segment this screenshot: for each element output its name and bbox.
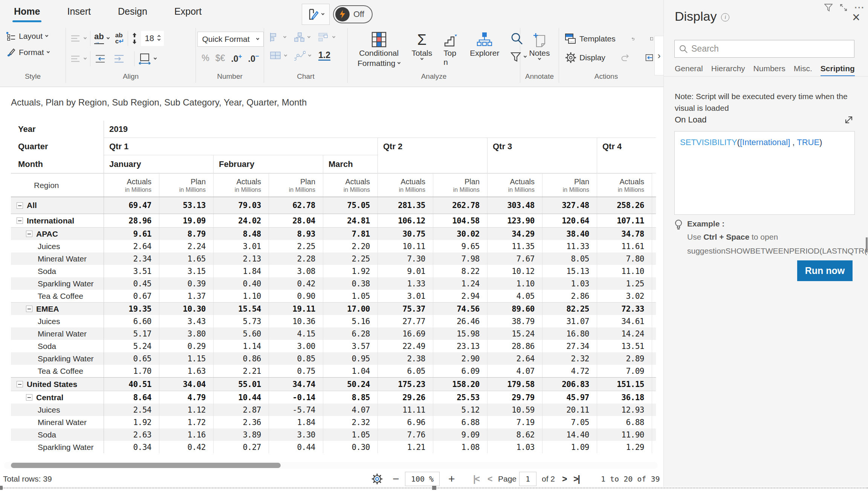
conditional-formatting-button[interactable]: Conditional Formatting [358,32,400,68]
column-header-actuals[interactable]: Actualsin Millions [104,173,159,197]
column-header-actuals[interactable]: Actualsin Millions [377,173,433,197]
collapse-icon[interactable] [26,394,32,401]
templates-button[interactable]: Templates [565,34,616,44]
horizontal-align-button[interactable] [71,55,86,63]
tab-insert[interactable]: Insert [67,6,91,21]
notes-button[interactable]: Notes [520,28,559,60]
last-page-button[interactable]: >| [573,474,579,484]
line-chart-button[interactable] [294,50,318,61]
collapse-icon[interactable] [17,381,23,387]
column-header-plan[interactable]: Planin Millions [159,173,213,197]
table-row-sparkling-water[interactable]: Sparkling Water0.651.150.860.850.952.382… [11,352,656,365]
collapse-icon[interactable] [26,231,32,237]
wrap-text-button[interactable]: abc↵ [115,32,124,44]
previous-page-button[interactable]: < [487,474,492,484]
table-style-button[interactable] [270,50,294,61]
edit-mode-button[interactable] [302,4,330,25]
next-page-button[interactable]: > [562,474,566,484]
zoom-out-button[interactable]: − [393,473,399,485]
first-page-button[interactable]: |< [473,474,479,484]
table-row-emea[interactable]: EMEA19.3510.3015.5419.1117.0075.3774.568… [11,302,656,315]
quarter-header-q3[interactable]: Qtr 3 [487,138,597,173]
search-input[interactable] [691,44,850,54]
expand-pane-button[interactable]: › [654,36,663,75]
column-header-actuals[interactable]: Actualsin Millions [487,173,542,197]
table-row-juices[interactable]: Juices2.642.243.012.252.2010.119.6511.35… [11,240,656,252]
info-icon[interactable]: i [721,13,729,21]
scrollbar-thumb[interactable] [11,463,281,468]
horizontal-scrollbar[interactable] [4,462,658,469]
column-header-actuals[interactable]: Actualsin Millions [213,173,269,197]
table-row-mineral-water[interactable]: Mineral Water5.173.805.604.156.2816.6915… [11,327,656,340]
power-toggle[interactable]: Off [333,5,373,23]
table-settings-button[interactable] [371,473,383,485]
search-box[interactable] [674,40,854,58]
table-row-international[interactable]: International28.9619.0924.0228.0424.8110… [11,214,656,227]
tab-export[interactable]: Export [174,6,202,21]
table-row-soda[interactable]: Soda3.513.151.843.081.929.018.2210.1215.… [11,265,656,277]
text-overflow-button[interactable]: ab→ [94,33,109,44]
quarter-header-q4[interactable]: Qtr 4 [597,138,656,173]
zoom-level-input[interactable]: 100 % [405,472,440,486]
quarter-header-q2[interactable]: Qtr 2 [377,138,487,173]
month-header-february[interactable]: February [213,155,323,173]
layout-button[interactable]: Layout [6,32,66,41]
script-editor[interactable]: SETVISIBILITY([International] , TRUE) [674,131,855,215]
format-button[interactable]: Format [6,47,66,57]
column-header-actuals[interactable]: Actualsin Millions [323,173,377,197]
table-row-juices[interactable]: Juices2.541.122.87-5.744.0711.115.1210.5… [11,404,656,416]
row-height-button[interactable] [132,33,137,44]
arrow-box-icon[interactable] [645,53,653,63]
table-row-sparkling-water[interactable]: Sparkling Water0.340.420.270.440.301.211… [11,441,656,453]
month-header-march[interactable]: March [323,155,377,173]
column-header-actuals[interactable]: Actualsin Millions [597,173,652,197]
filter-icon[interactable] [824,3,833,12]
hierarchy-chart-button[interactable] [294,32,318,42]
tab-home[interactable]: Home [14,6,40,21]
run-now-button[interactable]: Run now [797,260,853,281]
table-row-soda[interactable]: Soda2.631.163.893.301.057.769.098.6214.4… [11,428,656,441]
expand-editor-icon[interactable] [844,115,854,125]
table-row-juices[interactable]: Juices6.603.435.7310.365.1627.7726.4638.… [11,315,656,327]
increase-decimal-button[interactable]: .0+ [231,53,242,64]
resize-handle-bottom[interactable] [432,486,436,490]
bar-chart-button[interactable] [270,32,294,42]
pane-tab-misc[interactable]: Misc. [794,64,812,76]
percent-format-button[interactable]: % [202,53,209,63]
totals-button[interactable]: Σ Totals [411,32,432,68]
table-row-central[interactable]: Central8.644.7910.44-0.148.8529.2625.532… [11,391,656,404]
year-value[interactable]: 2019 [104,121,656,138]
resize-handle-left[interactable] [0,486,3,490]
page-number-input[interactable]: 1 [519,472,536,486]
zoom-in-button[interactable]: + [448,473,455,485]
table-row-mineral-water[interactable]: Mineral Water1.921.722.361.842.326.966.8… [11,416,656,428]
column-header-plan[interactable]: Planin Millions [542,173,597,197]
column-width-button[interactable] [138,53,156,64]
pane-tab-general[interactable]: General [675,64,703,76]
redo-icon[interactable] [621,53,630,63]
collapse-icon[interactable] [17,217,23,224]
pane-tab-scripting[interactable]: Scripting [821,64,855,76]
decrease-indent-button[interactable] [94,55,105,63]
currency-format-button[interactable]: $€ [215,53,225,63]
decimal-places-button[interactable]: 1.2 [318,50,330,61]
pane-scrollbar[interactable] [866,237,868,252]
chevron-down-icon[interactable] [157,37,160,40]
top-n-button[interactable]: Top n [443,32,458,68]
table-row-sparkling-water[interactable]: Sparkling Water0.450.390.400.420.381.331… [11,277,656,290]
table-row-soda[interactable]: Soda5.240.291.143.003.5722.4923.1328.862… [11,340,656,352]
table-row-apac[interactable]: APAC9.618.798.488.937.8130.7530.0234.293… [11,227,656,240]
table-row-tea-coffee[interactable]: Tea & Coffee1.701.632.210.751.046.056.09… [11,365,656,377]
increase-indent-button[interactable] [114,55,125,63]
explorer-button[interactable]: Explorer [470,32,499,68]
month-header-january[interactable]: January [104,155,213,173]
table-row-tea-coffee[interactable]: Tea & Coffee0.671.371.100.901.053.012.94… [11,290,656,302]
table-row-united-states[interactable]: United States40.5134.0455.0134.7450.2417… [11,377,656,391]
font-size-stepper[interactable]: 18 [141,31,164,46]
pane-tab-hierarchy[interactable]: Hierarchy [711,64,745,76]
pane-tab-numbers[interactable]: Numbers [753,64,785,76]
quick-format-dropdown[interactable]: Quick Format [197,32,264,47]
ruler-icon[interactable] [650,33,653,44]
column-header-plan[interactable]: Planin Millions [433,173,487,197]
tab-design[interactable]: Design [118,6,147,21]
